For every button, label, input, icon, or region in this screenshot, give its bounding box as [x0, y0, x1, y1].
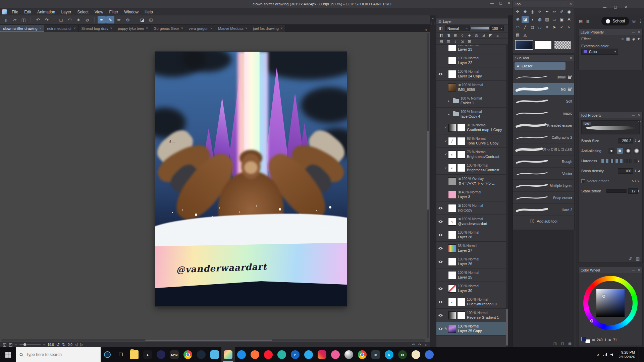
tab-close-icon[interactable]: × — [74, 26, 76, 30]
rotate-left-icon[interactable]: ↺ — [56, 342, 60, 347]
taskbar-safari[interactable] — [235, 347, 248, 362]
clip-icon[interactable]: ◨ — [445, 33, 451, 38]
palette-color-icon[interactable]: ◧ — [438, 26, 444, 31]
new-file-icon[interactable]: ▯ — [2, 16, 10, 23]
task-view-button[interactable]: ❐ — [114, 347, 127, 362]
operation-tool[interactable]: ➤ — [551, 23, 558, 31]
tab-close-icon[interactable]: × — [40, 26, 42, 30]
doc-tab-2[interactable]: Sinead bug drav× — [79, 25, 115, 32]
vector-eraser-checkbox[interactable] — [581, 179, 585, 183]
taskbar-blue-app[interactable] — [423, 347, 436, 362]
layer-row[interactable]: 100 % NormalLayer 25 — [436, 268, 506, 282]
taskbar-search[interactable] — [16, 347, 101, 362]
decoration-tool[interactable]: ❋ — [514, 16, 521, 23]
flip-horizontal-icon[interactable]: ◁ — [75, 342, 78, 347]
extract-line-icon[interactable]: ◈ — [632, 37, 635, 41]
brush-tool[interactable]: ✐ — [558, 8, 565, 15]
save-icon[interactable]: ◫ — [19, 16, 28, 23]
subtool-item[interactable]: Calligraphy 2 — [513, 131, 574, 143]
layer-visibility-toggle[interactable] — [438, 300, 443, 304]
delete-layer-icon[interactable]: ⊠ — [466, 39, 473, 44]
panel-minimize-icon[interactable]: — — [563, 2, 566, 6]
menu-layer[interactable]: Layer — [58, 9, 74, 15]
taskbar-photos[interactable] — [208, 347, 221, 362]
fit-screen-icon[interactable]: ◱ — [3, 342, 6, 347]
layer-panel-tab[interactable]: ▤ Layer — [436, 18, 508, 24]
zoom-tool[interactable]: ◎ — [529, 8, 536, 15]
mask-icon[interactable]: ◍ — [473, 33, 480, 38]
color-swatches[interactable] — [581, 337, 590, 343]
subtool-item[interactable]: Hard 2 — [513, 204, 574, 216]
doc-tab-7[interactable]: jael fox drawing× — [250, 25, 285, 32]
artwork-canvas[interactable]: @vanderwaardart A— — [155, 52, 347, 306]
sub-color-swatch[interactable] — [535, 41, 552, 49]
subtool-item[interactable]: big — [513, 83, 574, 95]
taskbar-firefox-dev[interactable] — [154, 347, 168, 362]
menu-select[interactable]: Select — [74, 9, 91, 15]
menu-view[interactable]: View — [92, 9, 106, 15]
erase-touched-icon[interactable]: ∿ — [632, 179, 634, 183]
layer-row[interactable]: 100 % NormalReverse Gradient 1 — [436, 309, 506, 322]
clock[interactable]: 9:28 PM 2/16/2026 — [619, 350, 635, 359]
layer-row[interactable]: 100 % NormalLayer 22 — [436, 54, 506, 67]
brush-size-input[interactable]: 250.2 — [618, 138, 633, 143]
palette-grid-icon[interactable]: ▦ — [592, 338, 595, 342]
menu-file[interactable]: File — [9, 9, 21, 15]
panel-close-icon[interactable]: ✕ — [638, 31, 640, 34]
layer-row[interactable]: ✓◐100 % NormalBrightness/Contrast — [436, 161, 506, 175]
new-folder-icon[interactable]: ▥ — [445, 39, 451, 44]
taskbar-file-explorer[interactable] — [127, 347, 141, 362]
palette-minimize-icon[interactable]: — — [603, 5, 606, 9]
taskbar-quickbooks[interactable]: qb — [396, 347, 409, 362]
subtool-item[interactable]: Soft — [513, 95, 574, 107]
school-button[interactable]: School — [601, 17, 629, 25]
layer-row[interactable]: ▸100 % NormalFolder 1 — [436, 94, 506, 108]
layer-row[interactable]: 100 % NormalLayer 26 — [436, 255, 506, 268]
add-subtool-button[interactable]: + Add sub tool — [513, 219, 574, 223]
maximize-icon[interactable]: ▢ — [499, 1, 502, 5]
color-wheel[interactable] — [579, 273, 642, 336]
lasso-tool[interactable]: ◡ — [536, 23, 543, 31]
layer-apply-checkbox[interactable]: ✓ — [443, 126, 448, 129]
combine-icon[interactable]: ◧ — [438, 33, 444, 38]
tab-close-icon[interactable]: × — [281, 26, 283, 30]
pencil-tool[interactable]: ✏ — [551, 8, 558, 15]
stepper-icons[interactable]: ▲▼ — [638, 189, 640, 193]
taskbar-mail[interactable]: @ — [369, 347, 382, 362]
search-input[interactable] — [26, 352, 97, 357]
stepper-icons[interactable]: ▲▼ — [634, 169, 636, 173]
settings2-icon[interactable]: ≡ — [494, 34, 501, 38]
volume-icon[interactable] — [610, 353, 615, 357]
new-layer-icon[interactable]: ▤ — [438, 39, 444, 44]
doc-tab-0[interactable]: clown sniffer drawing× — [0, 25, 44, 32]
layer-row[interactable]: ▸100 % Normalface Copy 4 — [436, 108, 506, 121]
layer-visibility-toggle[interactable] — [438, 72, 443, 76]
grid-view-icon[interactable]: ⊞ — [632, 19, 636, 23]
fill-tool[interactable]: ◍ — [536, 16, 543, 23]
hue-cursor-icon[interactable] — [590, 319, 593, 322]
taskbar-brave[interactable]: ▲ — [141, 347, 154, 362]
layer-visibility-toggle[interactable] — [438, 260, 443, 263]
layer-row[interactable]: ✓◐73 % NormalBrightness/Contrast — [436, 148, 506, 161]
chevron-down-icon[interactable]: ▾ — [638, 37, 640, 41]
doc-tab-6[interactable]: Mauve Medusa× — [215, 25, 250, 32]
back-icon[interactable]: ↶ — [412, 343, 415, 347]
layer-row[interactable]: ✎100 % NormalLayer 25 Copy — [436, 322, 506, 336]
eraser-tool[interactable]: ◪ — [522, 16, 529, 23]
zoom-in-button[interactable]: + — [43, 343, 45, 347]
lock-alpha-icon[interactable]: ◈ — [466, 33, 473, 38]
panel-close-icon[interactable]: ✕ — [638, 114, 640, 117]
show-all-settings-icon[interactable]: ▥ — [636, 256, 640, 261]
layer-row[interactable]: ✓31 % NormalGradient map 1 Copy — [436, 121, 506, 134]
layer-row[interactable]: 36 % NormalLayer 27 — [436, 242, 506, 255]
move-tool[interactable]: ✛ — [514, 8, 521, 15]
layer-edit-icon[interactable]: ✎ — [443, 327, 448, 330]
transparent-color-swatch[interactable] — [554, 41, 571, 49]
panel-close-icon[interactable]: ✕ — [570, 56, 572, 60]
swatch-square-icon[interactable]: ▣ — [608, 338, 611, 342]
reset-settings-icon[interactable]: ↺ — [629, 256, 632, 261]
panel-minimize-icon[interactable]: — — [632, 31, 635, 34]
taskbar-teal-app[interactable] — [275, 347, 288, 362]
dynamics-icon[interactable]: ◢ — [637, 169, 640, 173]
close-icon[interactable]: ✕ — [507, 1, 510, 5]
